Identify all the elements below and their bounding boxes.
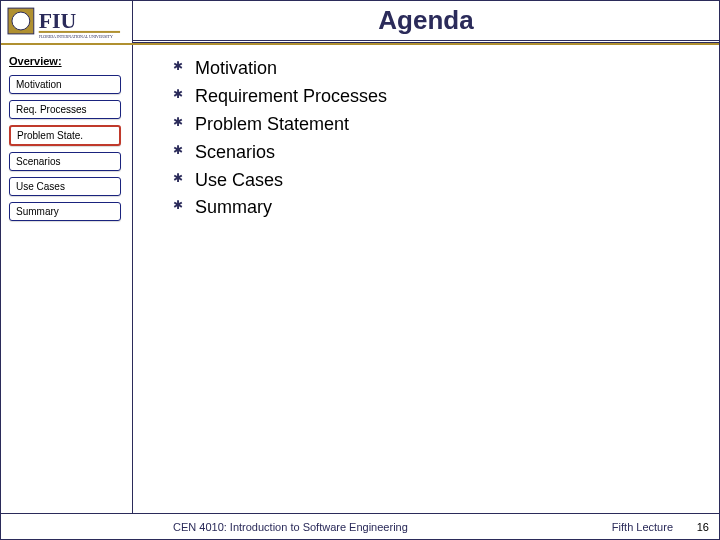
sidebar-item-motivation[interactable]: Motivation bbox=[9, 75, 121, 94]
page-title: Agenda bbox=[378, 5, 473, 36]
body: Overview: Motivation Req. Processes Prob… bbox=[1, 45, 719, 513]
fiu-logo-icon: FIU FLORIDA INTERNATIONAL UNIVERSITY bbox=[7, 4, 126, 40]
sidebar-item-req-processes[interactable]: Req. Processes bbox=[9, 100, 121, 119]
agenda-list: Motivation Requirement Processes Problem… bbox=[173, 55, 699, 222]
svg-text:FLORIDA INTERNATIONAL UNIVERSI: FLORIDA INTERNATIONAL UNIVERSITY bbox=[39, 34, 113, 39]
footer-course: CEN 4010: Introduction to Software Engin… bbox=[143, 521, 612, 533]
sidebar-item-use-cases[interactable]: Use Cases bbox=[9, 177, 121, 196]
sidebar-item-summary[interactable]: Summary bbox=[9, 202, 121, 221]
svg-rect-3 bbox=[39, 31, 120, 33]
footer: CEN 4010: Introduction to Software Engin… bbox=[1, 513, 719, 539]
header: FIU FLORIDA INTERNATIONAL UNIVERSITY Age… bbox=[1, 1, 719, 45]
list-item: Problem Statement bbox=[173, 111, 699, 139]
sidebar-item-scenarios[interactable]: Scenarios bbox=[9, 152, 121, 171]
list-item: Use Cases bbox=[173, 167, 699, 195]
main: Motivation Requirement Processes Problem… bbox=[133, 45, 719, 513]
footer-page: 16 bbox=[673, 521, 709, 533]
logo: FIU FLORIDA INTERNATIONAL UNIVERSITY bbox=[1, 1, 133, 43]
title-box: Agenda bbox=[133, 1, 719, 43]
sidebar: Overview: Motivation Req. Processes Prob… bbox=[1, 45, 133, 513]
svg-point-1 bbox=[12, 12, 30, 30]
svg-text:FIU: FIU bbox=[39, 9, 77, 33]
list-item: Summary bbox=[173, 194, 699, 222]
sidebar-title: Overview: bbox=[9, 55, 124, 67]
sidebar-item-problem-state[interactable]: Problem State. bbox=[9, 125, 121, 146]
footer-lecture: Fifth Lecture bbox=[612, 521, 673, 533]
list-item: Requirement Processes bbox=[173, 83, 699, 111]
list-item: Motivation bbox=[173, 55, 699, 83]
slide: FIU FLORIDA INTERNATIONAL UNIVERSITY Age… bbox=[0, 0, 720, 540]
list-item: Scenarios bbox=[173, 139, 699, 167]
